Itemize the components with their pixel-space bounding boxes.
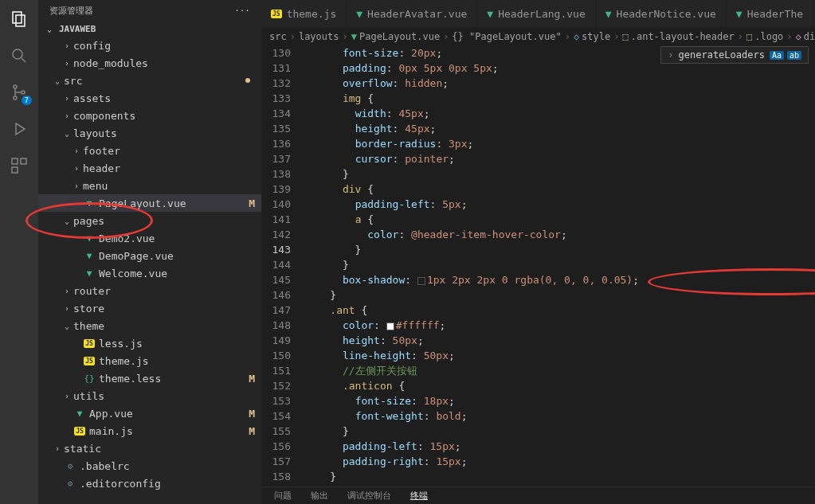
- code-line[interactable]: }: [305, 257, 815, 272]
- tree-item[interactable]: ›node_modules: [38, 54, 261, 72]
- search-icon[interactable]: [8, 45, 30, 67]
- tree-item[interactable]: JSless.js: [38, 334, 261, 352]
- panel-tab-problems[interactable]: 问题: [274, 490, 292, 502]
- code-line[interactable]: padding-left: 5px;: [305, 197, 815, 212]
- tree-item[interactable]: ▼Demo2.vue: [38, 229, 261, 247]
- breadcrumbs[interactable]: src›layouts›▼PageLayout.vue›{} "PageLayo…: [261, 28, 815, 45]
- tree-item[interactable]: ▼DemoPage.vue: [38, 247, 261, 264]
- editor-area[interactable]: 1301311321331341351361371381391401411421…: [261, 45, 815, 486]
- tree-item[interactable]: ›components: [38, 107, 261, 124]
- code-line[interactable]: height: 50px;: [305, 333, 815, 348]
- editor-tab[interactable]: ▼HeaderThe: [727, 0, 813, 27]
- tree-item[interactable]: ⌄pages: [38, 212, 261, 229]
- editor-tab[interactable]: ▼HeaderAvatar.vue: [347, 0, 477, 27]
- code-line[interactable]: }: [305, 469, 815, 484]
- vue-file-icon: ▼: [351, 31, 357, 42]
- tree-item[interactable]: ›header: [38, 159, 261, 177]
- code-line[interactable]: padding: 0px 5px 0px 5px;: [305, 61, 815, 76]
- code-line[interactable]: }: [305, 242, 815, 257]
- tree-item[interactable]: ›assets: [38, 89, 261, 107]
- tree-item[interactable]: ›footer: [38, 142, 261, 159]
- tree-item[interactable]: ⌄layouts: [38, 124, 261, 142]
- tree-label: layouts: [73, 127, 255, 139]
- code-line[interactable]: }: [305, 424, 815, 439]
- tree-item[interactable]: {}theme.lessM: [38, 369, 261, 387]
- tree-item[interactable]: ›utils: [38, 387, 261, 404]
- tree-item[interactable]: JStheme.js: [38, 352, 261, 369]
- tree-item[interactable]: ⚙.babelrc: [38, 457, 261, 475]
- code-line[interactable]: font-size: 18px;: [305, 393, 815, 408]
- class-icon: ⬚: [622, 31, 628, 42]
- tree-item[interactable]: ⚙.editorconfig: [38, 475, 261, 492]
- tree-item[interactable]: ›router: [38, 282, 261, 299]
- code-content[interactable]: font-size: 20px; padding: 0px 5px 0px 5p…: [305, 45, 815, 486]
- code-line[interactable]: a {: [305, 212, 815, 227]
- code-line[interactable]: img {: [305, 91, 815, 106]
- code-line[interactable]: }: [305, 287, 815, 303]
- tree-item[interactable]: ›config: [38, 37, 261, 54]
- breadcrumb-item[interactable]: ⬚.logo: [746, 31, 783, 42]
- breadcrumb-item[interactable]: layouts: [299, 31, 339, 42]
- breadcrumb-item[interactable]: ▼PageLayout.vue: [351, 31, 440, 42]
- svg-marker-7: [16, 123, 25, 135]
- tree-item[interactable]: ⌄theme: [38, 317, 261, 334]
- git-status: M: [249, 425, 255, 437]
- line-number: 157: [261, 454, 291, 469]
- line-number: 148: [261, 318, 291, 333]
- breadcrumb-item[interactable]: ◇style: [574, 31, 610, 42]
- code-line[interactable]: font-weight: bold;: [305, 408, 815, 424]
- tree-item[interactable]: ›menu: [38, 177, 261, 194]
- panel-tab-output[interactable]: 输出: [311, 490, 328, 502]
- breadcrumb-item[interactable]: ⬚.ant-layout-header: [622, 31, 734, 42]
- breadcrumb-item[interactable]: ◇div: [796, 31, 815, 42]
- breadcrumb-separator: ›: [443, 31, 449, 42]
- breadcrumb-item[interactable]: {} "PageLayout.vue": [452, 31, 561, 42]
- sidebar-more-icon[interactable]: ···: [234, 6, 250, 16]
- debug-icon[interactable]: [8, 118, 30, 140]
- code-line[interactable]: .ant {: [305, 303, 815, 318]
- editor-tab[interactable]: ▼HeaderNotice.vue: [596, 0, 727, 27]
- breadcrumb-item[interactable]: src: [269, 31, 287, 42]
- editor-tab[interactable]: ▼HeaderLang.vue: [477, 0, 595, 27]
- tree-item[interactable]: ▼App.vueM: [38, 404, 261, 422]
- breadcrumb-separator: ›: [786, 31, 792, 42]
- editor-tab[interactable]: JStheme.js: [261, 0, 347, 27]
- code-line[interactable]: line-height: 50px;: [305, 348, 815, 363]
- code-line[interactable]: border-radius: 3px;: [305, 136, 815, 151]
- line-number: 138: [261, 166, 291, 182]
- sidebar-title: 资源管理器: [49, 5, 93, 17]
- extensions-icon[interactable]: [8, 154, 30, 177]
- panel-tab-debug[interactable]: 调试控制台: [347, 490, 391, 502]
- panel-tab-terminal[interactable]: 终端: [410, 490, 428, 502]
- code-line[interactable]: height: 45px;: [305, 121, 815, 136]
- tree-label: footer: [83, 145, 255, 157]
- project-header[interactable]: ⌄ JAVAWEB: [38, 21, 261, 37]
- code-line[interactable]: color: @header-item-hover-color;: [305, 227, 815, 242]
- tree-item[interactable]: ⌄src: [38, 72, 261, 89]
- tree-label: assets: [73, 92, 255, 104]
- tree-item[interactable]: ▼PageLayout.vueM: [38, 194, 261, 212]
- code-line[interactable]: padding-left: 15px;: [305, 439, 815, 454]
- code-line[interactable]: overflow: hidden;: [305, 76, 815, 91]
- tree-item[interactable]: ›store: [38, 299, 261, 317]
- code-line[interactable]: font-size: 20px;: [305, 45, 815, 61]
- chevron-icon: ⌄: [61, 322, 73, 330]
- chevron-icon: ›: [61, 41, 73, 50]
- code-line[interactable]: }: [305, 166, 815, 182]
- code-line[interactable]: box-shadow: 1px 2px 2px 0 rgba(0, 0, 0, …: [305, 272, 815, 287]
- tree-label: node_modules: [73, 57, 255, 69]
- tree-item[interactable]: ▼Welcome.vue: [38, 264, 261, 282]
- line-number: 153: [261, 393, 291, 408]
- code-line[interactable]: //左侧开关按钮: [305, 363, 815, 378]
- tree-item[interactable]: JSmain.jsM: [38, 422, 261, 440]
- explorer-icon[interactable]: [8, 8, 30, 30]
- code-line[interactable]: .anticon {: [305, 378, 815, 393]
- code-line[interactable]: div {: [305, 182, 815, 197]
- tree-label: pages: [73, 215, 255, 227]
- code-line[interactable]: padding-right: 15px;: [305, 454, 815, 469]
- code-line[interactable]: width: 45px;: [305, 106, 815, 121]
- code-line[interactable]: color: #ffffff;: [305, 318, 815, 333]
- tree-item[interactable]: ›static: [38, 440, 261, 457]
- code-line[interactable]: cursor: pointer;: [305, 151, 815, 166]
- source-control-icon[interactable]: 7: [8, 81, 30, 104]
